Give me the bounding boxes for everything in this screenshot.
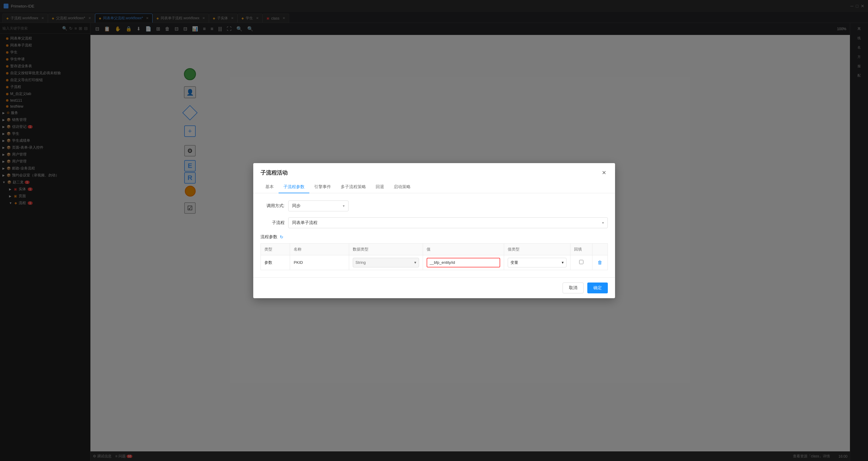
modal-content: 调用方式: 同步 ▾ 子流程 同表单子流程 ▾ 流程参 [253,193,615,277]
col-name-header: 名称 [290,243,349,255]
tab-basic[interactable]: 基本 [260,181,279,193]
subprocess-value: 同表单子流程 [292,220,317,225]
tab-rollback[interactable]: 回退 [371,181,389,193]
modal-dialog: 子流程活动 ✕ 基本 子流程参数 引擎事件 多子流程策略 回退 启动策略 [253,163,615,298]
subprocess-select[interactable]: 同表单子流程 ▾ [288,217,608,228]
tab-trigger-events[interactable]: 引擎事件 [309,181,336,193]
modal-overlay: 子流程活动 ✕ 基本 子流程参数 引擎事件 多子流程策略 回退 启动策略 [0,0,868,461]
row-action-cell: 🗑 [592,255,608,270]
col-action-header [592,243,608,255]
modal-header: 子流程活动 ✕ [253,163,615,176]
valuetype-dropdown[interactable]: 变量 ▾ [508,258,566,268]
row-valuetype-cell: 变量 ▾ [504,255,570,270]
row-type-cell: 参数 [260,255,290,270]
params-label: 流程参数 [260,234,277,240]
col-type-header: 类型 [260,243,290,255]
table-header-row: 类型 名称 数据类型 值 值类型 [260,243,608,255]
confirm-button[interactable]: 确定 [587,282,608,294]
fill-checkbox[interactable] [579,260,583,264]
modal-footer: 取消 确定 [253,277,615,298]
dropdown-arrow-icon: ▾ [343,204,345,208]
row-fill-cell [570,255,592,270]
params-header: 流程参数 ↻ [260,234,608,240]
subprocess-label: 子流程 [260,220,285,225]
col-datatype-header: 数据类型 [349,243,423,255]
invoke-method-label: 调用方式: [260,203,285,209]
col-value-header: 值 [423,243,504,255]
params-table: 类型 名称 数据类型 值 值类型 [260,243,608,270]
delete-row-btn[interactable]: 🗑 [597,260,602,265]
modal-tabs: 基本 子流程参数 引擎事件 多子流程策略 回退 启动策略 [253,181,615,193]
table-row: 参数 PKID String ▾ [260,255,608,270]
invoke-method-dropdown[interactable]: 同步 ▾ [288,201,348,211]
tab-start-strategy[interactable]: 启动策略 [389,181,415,193]
dropdown-arrow-icon: ▾ [414,260,416,265]
col-valuetype-header: 值类型 [504,243,570,255]
row-datatype-cell: String ▾ [349,255,423,270]
tab-multi-strategy[interactable]: 多子流程策略 [336,181,371,193]
row-name-cell: PKID [290,255,349,270]
params-section: 流程参数 ↻ 类型 名称 数据类型 [260,234,608,270]
datatype-dropdown[interactable]: String ▾ [353,258,419,268]
invoke-method-field: 同步 ▾ [288,201,608,211]
modal-close-btn[interactable]: ✕ [600,169,608,176]
tab-subprocess-params[interactable]: 子流程参数 [279,181,309,193]
modal-title: 子流程活动 [260,169,288,176]
cancel-button[interactable]: 取消 [563,282,584,294]
row-value-cell [423,255,504,270]
invoke-method-value: 同步 [292,203,301,209]
value-input[interactable] [427,258,500,268]
refresh-params-btn[interactable]: ↻ [280,235,283,239]
invoke-method-row: 调用方式: 同步 ▾ [260,201,608,211]
dropdown-arrow-icon: ▾ [562,260,564,265]
col-fill-header: 回填 [570,243,592,255]
subprocess-row: 子流程 同表单子流程 ▾ [260,217,608,228]
dropdown-arrow-icon: ▾ [602,221,604,225]
